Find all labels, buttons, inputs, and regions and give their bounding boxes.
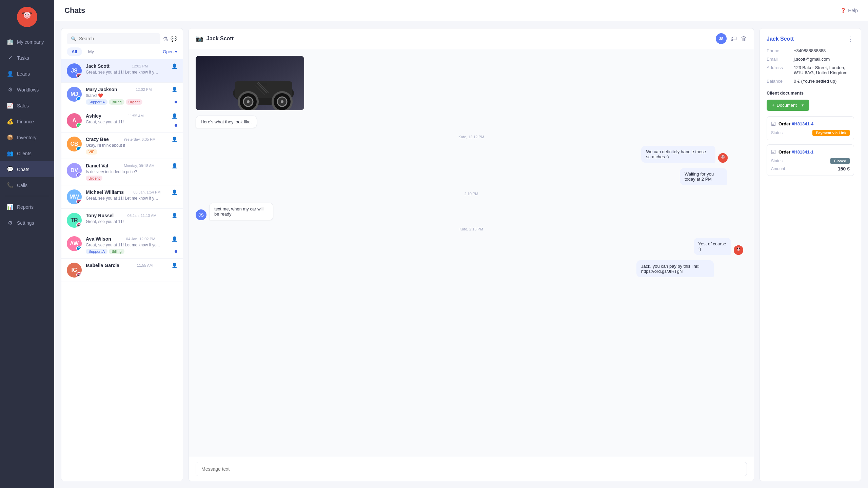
sales-icon: 📈 — [7, 102, 14, 109]
telegram-icon: T — [76, 246, 82, 251]
tab-all[interactable]: All — [67, 47, 82, 56]
chat-item[interactable]: CB T Crazy Bee Yesterday, 6:35 PM 👤 Okay… — [61, 133, 183, 159]
message-row-right: Jack, you can pay by this link: https://… — [636, 260, 747, 277]
help-button[interactable]: ❓ Help — [840, 8, 858, 13]
chat-name: Jack Scott — [86, 63, 110, 69]
chat-tags: VIP — [86, 149, 177, 155]
chat-preview: Is delivery included to price? — [86, 169, 160, 174]
chat-item[interactable]: IG 📷 Isabella Garcia 11:55 AM 👤 — [61, 259, 183, 282]
viber-icon: V — [76, 172, 82, 178]
chat-item[interactable]: AW T Ava Wilson 04 Jan, 12:02 PM 👤 Great… — [61, 232, 183, 259]
order-status-row: Status Payment via Link — [771, 130, 850, 136]
phone-label: Phone — [767, 48, 790, 53]
phone-value: +340888888888 — [794, 48, 826, 53]
chat-time: 12:02 PM — [132, 64, 148, 68]
message-input[interactable] — [196, 462, 747, 476]
chat-item[interactable]: A W Ashley 11:55 AM 👤 Great, see you at … — [61, 109, 183, 133]
tag: Urgent — [86, 176, 102, 181]
chat-preview: Great, see you at 11! Let me know if yo.… — [86, 243, 160, 247]
sidebar-item-sales[interactable]: 📈 Sales — [0, 98, 54, 114]
chat-name: Daniel Val — [86, 163, 108, 168]
open-filter-button[interactable]: Open ▾ — [163, 49, 177, 54]
chat-item[interactable]: TR 📷 Tony Russel 05 Jan, 11:13 AM 👤 Grea… — [61, 209, 183, 232]
calls-icon: 📞 — [7, 182, 14, 188]
chat-name: Tony Russel — [86, 213, 114, 218]
sidebar-item-my-company[interactable]: 🏢 My company — [0, 34, 54, 50]
message-text: Yes, of course ;) — [698, 241, 726, 251]
sidebar-item-tasks[interactable]: ✓ Tasks — [0, 50, 54, 66]
delete-icon[interactable]: 🗑 — [741, 35, 747, 42]
chat-name: Isabella Garcia — [86, 263, 119, 268]
svg-point-4 — [25, 14, 26, 15]
new-chat-icon[interactable]: 💬 — [171, 36, 177, 42]
chat-item[interactable]: MW 📷 Michael Williams 05 Jan, 1:54 PM 👤 … — [61, 185, 183, 209]
assign-icon: 👤 — [172, 189, 177, 195]
finance-icon: 💰 — [7, 118, 14, 125]
order-id-link[interactable]: #H81341-1 — [792, 149, 813, 155]
chat-preview: Great, see you at 11! — [86, 120, 160, 124]
filter-icon[interactable]: ⚗ — [163, 36, 168, 42]
timestamp: Kate, 2:15 PM — [196, 227, 747, 231]
timestamp: 2:10 PM — [196, 192, 747, 196]
balance-value: 0 € (You're settled up) — [794, 79, 836, 84]
help-label: Help — [848, 8, 858, 13]
sidebar-item-chats[interactable]: 💬 Chats — [0, 161, 54, 177]
chat-list-header: 🔍 ⚗ 💬 All My Open ▾ — [61, 28, 183, 59]
sidebar-navigation: 🏢 My company ✓ Tasks 👤 Leads ⚙ Workflows… — [0, 34, 54, 231]
help-icon: ❓ — [840, 8, 846, 13]
open-label: Open — [163, 49, 174, 54]
section-title-documents: Client documents — [767, 90, 854, 96]
sidebar-item-workflows[interactable]: ⚙ Workflows — [0, 82, 54, 98]
tag: Support A — [86, 249, 107, 254]
sidebar-item-leads[interactable]: 👤 Leads — [0, 66, 54, 82]
chat-info: Michael Williams 05 Jan, 1:54 PM 👤 Great… — [86, 189, 177, 202]
order-icon: ☑ — [771, 149, 776, 155]
agent-avatar: JS — [716, 33, 727, 44]
tab-my[interactable]: My — [83, 47, 99, 56]
svg-point-1 — [24, 12, 31, 19]
message-bubble: Jack, you can pay by this link: https://… — [636, 260, 714, 277]
sidebar-item-inventory[interactable]: 📦 Inventory — [0, 129, 54, 145]
chat-item[interactable]: JS 📷 Jack Scott 12:02 PM 👤 Great, see yo… — [61, 59, 183, 83]
main-content: Chats ❓ Help 🔍 ⚗ 💬 All — [54, 0, 868, 488]
contact-avatar-small: JS — [196, 209, 206, 220]
settings-icon: ⚙ — [7, 220, 14, 226]
chat-item[interactable]: MJ m Mary Jackson 12:02 PM 👤 thanx! ❤️ S… — [61, 83, 183, 109]
status-label: Status — [771, 130, 783, 135]
sidebar-item-calls[interactable]: 📞 Calls — [0, 177, 54, 193]
instagram-icon: 📷 — [76, 272, 82, 278]
message-text: Jack, you can pay by this link: https://… — [641, 264, 699, 274]
assign-icon: 👤 — [172, 263, 177, 268]
chat-list: JS 📷 Jack Scott 12:02 PM 👤 Great, see yo… — [61, 59, 183, 481]
sidebar-item-reports[interactable]: 📊 Reports — [0, 199, 54, 215]
chat-name: Michael Williams — [86, 189, 124, 195]
order-card: ☑ Order #H81341-4 Status Payment via Lin… — [767, 116, 854, 140]
sidebar-item-settings[interactable]: ⚙ Settings — [0, 215, 54, 231]
chat-preview: Great, see you at 11! Let me know if you… — [86, 196, 160, 201]
more-options-button[interactable]: ⋮ — [847, 35, 854, 43]
svg-point-26 — [737, 248, 738, 249]
chat-name: Mary Jackson — [86, 87, 117, 92]
order-card: ☑ Order #H81341-1 Status Closed Amount 1… — [767, 144, 854, 176]
avatar: DV V — [67, 163, 82, 178]
order-id-link[interactable]: #H81341-4 — [792, 121, 813, 126]
add-document-button[interactable]: + Document ▾ — [767, 100, 809, 111]
instagram-icon: 📷 — [76, 222, 82, 228]
client-name: Jack Scott — [767, 36, 794, 42]
messages-area: Here's what they look like. Kate, 12:12 … — [189, 49, 754, 457]
svg-point-13 — [247, 100, 250, 103]
sidebar-item-clients[interactable]: 👥 Clients — [0, 145, 54, 161]
info-row-balance: Balance 0 € (You're settled up) — [767, 79, 854, 84]
sidebar-item-finance[interactable]: 💰 Finance — [0, 114, 54, 129]
order-icon: ☑ — [771, 121, 776, 127]
chat-time: 12:02 PM — [136, 87, 152, 92]
right-panel-header: Jack Scott ⋮ — [767, 35, 854, 43]
svg-point-27 — [739, 248, 740, 249]
search-input[interactable] — [79, 36, 156, 41]
tag-icon[interactable]: 🏷 — [731, 35, 737, 42]
chat-tags: Urgent — [86, 176, 177, 181]
email-label: Email — [767, 57, 790, 62]
chat-item[interactable]: DV V Daniel Val Monday, 09:18 AM 👤 Is de… — [61, 159, 183, 185]
message-text: Here's what they look like. — [201, 119, 252, 124]
message-bubble: Waiting for you today at 2 PM — [680, 168, 727, 185]
